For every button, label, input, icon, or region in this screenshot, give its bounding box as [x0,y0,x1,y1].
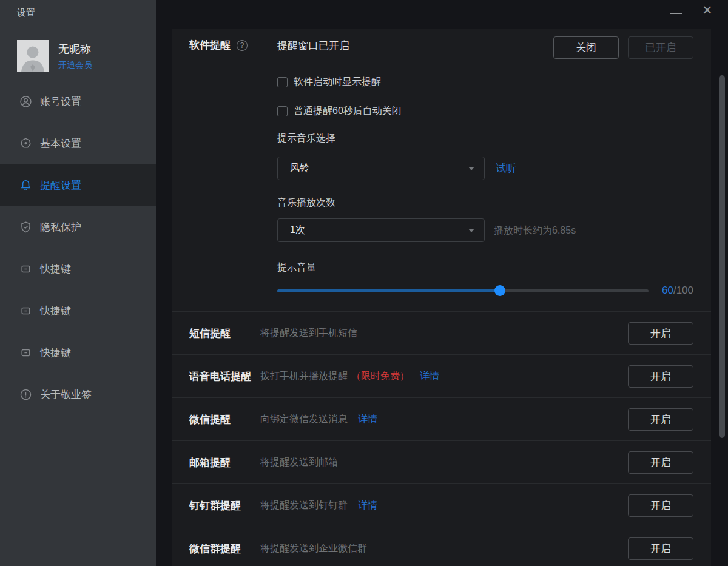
bell-icon [19,179,32,192]
vertical-scrollbar[interactable] [719,75,725,438]
sidebar-item-5[interactable]: 快捷键 [0,290,156,332]
software-reminder-label: 软件提醒 [189,38,231,52]
sidebar-item-label: 基本设置 [40,136,81,150]
checkbox-label: 普通提醒60秒后自动关闭 [294,105,402,118]
row-description: 将提醒发送到企业微信群 [260,542,367,555]
sidebar-item-0[interactable]: 账号设置 [0,81,156,123]
sidebar: 设置 无昵称 开通会员 账号设置基本设置提醒设置隐私保护快捷键快捷键快捷键关于敬… [0,0,156,566]
avatar[interactable] [17,40,49,72]
info-circle-icon [19,388,32,402]
music-select-value: 风铃 [290,162,468,175]
details-link[interactable]: 详情 [420,370,439,383]
reminder-row: 语音电话提醒拨打手机并播放提醒（限时免费）详情开启 [172,354,711,397]
details-link[interactable]: 详情 [358,499,377,512]
sidebar-item-label: 快捷键 [40,304,71,318]
person-silhouette-icon [17,40,49,72]
sidebar-item-6[interactable]: 快捷键 [0,332,156,374]
row-description: 拨打手机并播放提醒 [260,370,348,383]
row-label: 语音电话提醒 [172,369,260,383]
volume-max: /100 [673,285,693,296]
row-highlight: （限时免费） [351,370,410,383]
reminder-row: 钉钉群提醒将提醒发送到钉钉群详情开启 [172,483,711,527]
row-label: 邮箱提醒 [172,456,260,470]
reminder-rows: 短信提醒将提醒发送到手机短信开启语音电话提醒拨打手机并播放提醒（限时免费）详情开… [172,311,711,566]
enable-button[interactable]: 开启 [628,322,693,345]
sidebar-item-label: 提醒设置 [40,178,81,192]
music-select-dropdown[interactable]: 风铃 [277,157,485,180]
user-circle-icon [19,95,32,109]
membership-link[interactable]: 开通会员 [58,60,92,71]
sidebar-item-label: 快捷键 [40,262,71,276]
enable-button[interactable]: 开启 [628,365,693,388]
play-count-dropdown[interactable]: 1次 [277,218,485,242]
volume-value: 60 [662,285,673,296]
row-label: 微信提醒 [172,413,260,426]
volume-slider-fill [277,289,500,292]
reminder-settings-panel: 软件提醒 ? 提醒窗口已开启 关闭 已开启 软件启动时显示提醒 普通提醒60秒后… [172,29,711,566]
autoclose-reminder-checkbox[interactable] [277,106,288,116]
play-count-label: 音乐播放次数 [277,197,335,209]
reminder-row: 短信提醒将提醒发送到手机短信开启 [172,311,711,354]
gear-icon [19,137,32,150]
autoclose-reminder-option: 普通提醒60秒后自动关闭 [277,105,402,118]
sidebar-item-7[interactable]: 关于敬业签 [0,374,156,416]
audition-link[interactable]: 试听 [496,161,516,175]
volume-slider[interactable] [277,289,649,292]
play-count-value: 1次 [290,224,468,237]
volume-slider-thumb[interactable] [494,285,505,296]
hotkey-icon [19,263,32,276]
sidebar-nav: 账号设置基本设置提醒设置隐私保护快捷键快捷键快捷键关于敬业签 [0,81,156,416]
sidebar-item-label: 关于敬业签 [40,388,92,402]
volume-display: 60/100 [662,285,693,297]
reminder-row: 邮箱提醒将提醒发送到邮箱开启 [172,440,711,483]
window-title: 设置 [17,7,35,19]
sidebar-item-2[interactable]: 提醒设置 [0,164,156,206]
volume-label: 提示音量 [277,261,316,274]
row-label: 钉钉群提醒 [172,499,260,513]
row-description: 将提醒发送到邮箱 [260,456,338,469]
enable-button[interactable]: 开启 [628,494,693,517]
enable-button[interactable]: 开启 [628,451,693,474]
enable-button[interactable]: 开启 [628,408,693,431]
startup-reminder-checkbox[interactable] [277,77,288,87]
sidebar-item-1[interactable]: 基本设置 [0,123,156,164]
reminder-window-status: 提醒窗口已开启 [277,39,349,53]
startup-reminder-option: 软件启动时显示提醒 [277,76,381,89]
shield-check-icon [19,221,32,234]
sidebar-item-label: 账号设置 [40,95,81,109]
row-label: 微信群提醒 [172,542,260,556]
sidebar-item-label: 隐私保护 [40,220,81,234]
question-circle-icon[interactable]: ? [237,40,248,51]
profile-name: 无昵称 [58,42,91,56]
details-link[interactable]: 详情 [358,413,377,426]
music-select-label: 提示音乐选择 [277,132,335,145]
reminder-row: 微信群提醒将提醒发送到企业微信群开启 [172,527,711,566]
chevron-down-icon [468,167,474,170]
close-icon[interactable]: ✕ [702,4,713,16]
duration-hint: 播放时长约为6.85s [494,224,576,237]
close-reminder-button[interactable]: 关闭 [553,36,619,59]
sidebar-item-3[interactable]: 隐私保护 [0,206,156,248]
sidebar-item-label: 快捷键 [40,346,71,360]
enable-button[interactable]: 开启 [628,537,693,560]
row-description: 将提醒发送到手机短信 [260,327,357,340]
software-reminder-header: 软件提醒 ? [189,38,248,52]
hotkey-icon [19,305,32,318]
reminder-row: 微信提醒向绑定微信发送消息详情开启 [172,397,711,440]
hotkey-icon [19,346,32,360]
sidebar-item-4[interactable]: 快捷键 [0,248,156,290]
checkbox-label: 软件启动时显示提醒 [294,76,381,89]
enabled-status-button: 已开启 [628,36,693,59]
row-description: 将提醒发送到钉钉群 [260,499,348,512]
settings-window: 设置 无昵称 开通会员 账号设置基本设置提醒设置隐私保护快捷键快捷键快捷键关于敬… [0,0,728,566]
row-description: 向绑定微信发送消息 [260,413,348,426]
minimize-icon[interactable] [670,13,682,14]
row-label: 短信提醒 [172,326,260,340]
chevron-down-icon [468,229,474,232]
